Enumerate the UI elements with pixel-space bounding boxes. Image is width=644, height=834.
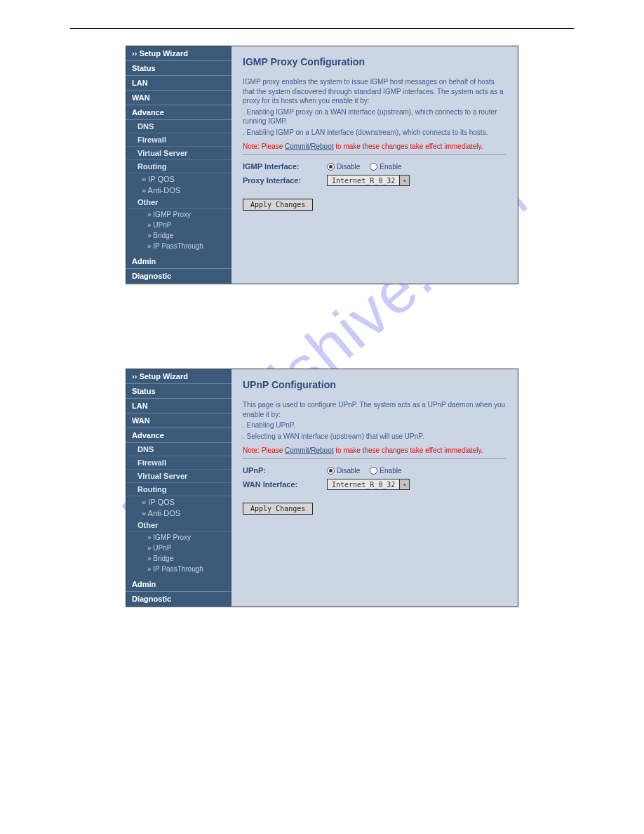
sidebar-firewall[interactable]: Firewall: [126, 133, 232, 147]
sidebar-setup-wizard[interactable]: ›› Setup Wizard: [126, 46, 232, 61]
separator: [243, 458, 507, 459]
sidebar-advance[interactable]: Advance: [126, 105, 232, 120]
radio-disable-label: Disable: [337, 467, 360, 475]
intro-text-2: . Enabling UPnP.: [243, 421, 507, 430]
radio-enable-label: Enable: [380, 163, 401, 171]
sidebar-routing[interactable]: Routing: [126, 483, 232, 496]
radio-disable[interactable]: Disable: [327, 163, 360, 171]
sidebar-antidos[interactable]: » Anti-DOS: [126, 185, 232, 196]
note-line: Note: Please Commit/Reboot to make these…: [243, 143, 507, 150]
intro-text-2: . Enabling IGMP proxy on a WAN interface…: [243, 107, 507, 126]
content-upnp: UPnP Configuration This page is used to …: [232, 369, 518, 607]
apply-changes-button[interactable]: Apply Changes: [243, 199, 313, 211]
sidebar-dns[interactable]: DNS: [126, 443, 232, 456]
apply-changes-button[interactable]: Apply Changes: [243, 503, 313, 515]
sidebar-diagnostic[interactable]: Diagnostic: [126, 592, 232, 607]
select-value: Internet_R_0_32: [328, 176, 399, 185]
radio-enable-label: Enable: [380, 467, 401, 475]
content-igmp: IGMP Proxy Configuration IGMP proxy enab…: [232, 46, 518, 284]
sidebar-admin[interactable]: Admin: [126, 254, 232, 269]
sidebar-wan[interactable]: WAN: [126, 91, 232, 105]
page-top-rule: [70, 28, 574, 29]
commit-reboot-link[interactable]: Commit/Reboot: [285, 446, 333, 454]
sidebar-antidos[interactable]: » Anti-DOS: [126, 508, 232, 519]
upnp-row: UPnP: Disable Enable: [243, 466, 507, 475]
screenshot-igmp: ›› Setup Wizard Status LAN WAN Advance D…: [126, 46, 518, 284]
wan-interface-label: WAN Interface:: [243, 480, 327, 489]
sidebar-diagnostic[interactable]: Diagnostic: [126, 269, 232, 284]
radio-dot-icon: [327, 467, 335, 475]
sidebar-igmp-proxy[interactable]: » IGMP Proxy: [126, 532, 232, 543]
separator: [243, 154, 507, 155]
sidebar-upnp[interactable]: » UPnP: [126, 543, 232, 553]
intro-text-1: IGMP proxy enables the system to issue I…: [243, 77, 507, 106]
sidebar-virtual-server[interactable]: Virtual Server: [126, 470, 232, 483]
radio-dot-icon: [370, 163, 377, 171]
page-title: IGMP Proxy Configuration: [243, 56, 507, 67]
note-prefix: Note: Please: [243, 446, 285, 454]
sidebar-routing[interactable]: Routing: [126, 160, 232, 173]
note-prefix: Note: Please: [243, 143, 285, 150]
sidebar-ip-passthrough[interactable]: » IP PassThrough: [126, 564, 232, 574]
upnp-radios: Disable Enable: [327, 467, 402, 475]
sidebar-status[interactable]: Status: [126, 384, 232, 399]
sidebar-other[interactable]: Other: [126, 196, 232, 209]
sidebar-setup-wizard[interactable]: ›› Setup Wizard: [126, 369, 232, 384]
igmp-interface-radios: Disable Enable: [327, 163, 402, 171]
sidebar-upnp[interactable]: » UPnP: [126, 220, 232, 230]
sidebar-lan[interactable]: LAN: [126, 399, 232, 413]
sidebar-advance[interactable]: Advance: [126, 428, 232, 443]
sidebar-firewall[interactable]: Firewall: [126, 456, 232, 470]
page-title: UPnP Configuration: [243, 379, 507, 390]
note-suffix: to make these changes take effect immedi…: [334, 446, 483, 454]
commit-reboot-link[interactable]: Commit/Reboot: [285, 143, 333, 150]
sidebar-bridge[interactable]: » Bridge: [126, 553, 232, 564]
sidebar-ipqos[interactable]: » IP QOS: [126, 173, 232, 185]
intro-text-3: . Enabling IGMP on a LAN interface (down…: [243, 128, 507, 138]
radio-disable-label: Disable: [337, 163, 360, 171]
note-line: Note: Please Commit/Reboot to make these…: [243, 446, 507, 454]
sidebar-virtual-server[interactable]: Virtual Server: [126, 147, 232, 160]
wan-interface-row: WAN Interface: Internet_R_0_32 ▾: [243, 479, 507, 490]
chevron-down-icon: ▾: [399, 176, 409, 185]
radio-enable[interactable]: Enable: [370, 467, 401, 475]
intro-text-3: . Selecting a WAN interface (upstream) t…: [243, 432, 507, 442]
proxy-interface-row: Proxy Interface: Internet_R_0_32 ▾: [243, 175, 507, 186]
wan-interface-select[interactable]: Internet_R_0_32 ▾: [327, 479, 410, 490]
screenshot-upnp: ›› Setup Wizard Status LAN WAN Advance D…: [126, 369, 518, 607]
radio-enable[interactable]: Enable: [370, 163, 401, 171]
sidebar: ›› Setup Wizard Status LAN WAN Advance D…: [126, 369, 232, 607]
sidebar-igmp-proxy[interactable]: » IGMP Proxy: [126, 209, 232, 220]
select-value: Internet_R_0_32: [328, 480, 399, 489]
sidebar: ›› Setup Wizard Status LAN WAN Advance D…: [126, 46, 232, 284]
igmp-interface-row: IGMP Interface: Disable Enable: [243, 162, 507, 171]
sidebar-wan[interactable]: WAN: [126, 413, 232, 428]
sidebar-dns[interactable]: DNS: [126, 120, 232, 133]
igmp-interface-label: IGMP Interface:: [243, 162, 327, 171]
radio-dot-icon: [370, 467, 377, 475]
sidebar-bridge[interactable]: » Bridge: [126, 230, 232, 241]
sidebar-lan[interactable]: LAN: [126, 76, 232, 91]
upnp-label: UPnP:: [243, 466, 327, 475]
proxy-interface-label: Proxy Interface:: [243, 176, 327, 185]
radio-dot-icon: [327, 163, 335, 171]
radio-disable[interactable]: Disable: [327, 467, 360, 475]
sidebar-other[interactable]: Other: [126, 519, 232, 532]
chevron-down-icon: ▾: [399, 479, 409, 489]
sidebar-status[interactable]: Status: [126, 61, 232, 76]
sidebar-admin[interactable]: Admin: [126, 577, 232, 592]
intro-text-1: This page is used to configure UPnP. The…: [243, 400, 507, 419]
sidebar-ip-passthrough[interactable]: » IP PassThrough: [126, 241, 232, 251]
note-suffix: to make these changes take effect immedi…: [334, 143, 483, 150]
sidebar-ipqos[interactable]: » IP QOS: [126, 496, 232, 508]
proxy-interface-select[interactable]: Internet_R_0_32 ▾: [327, 175, 410, 186]
